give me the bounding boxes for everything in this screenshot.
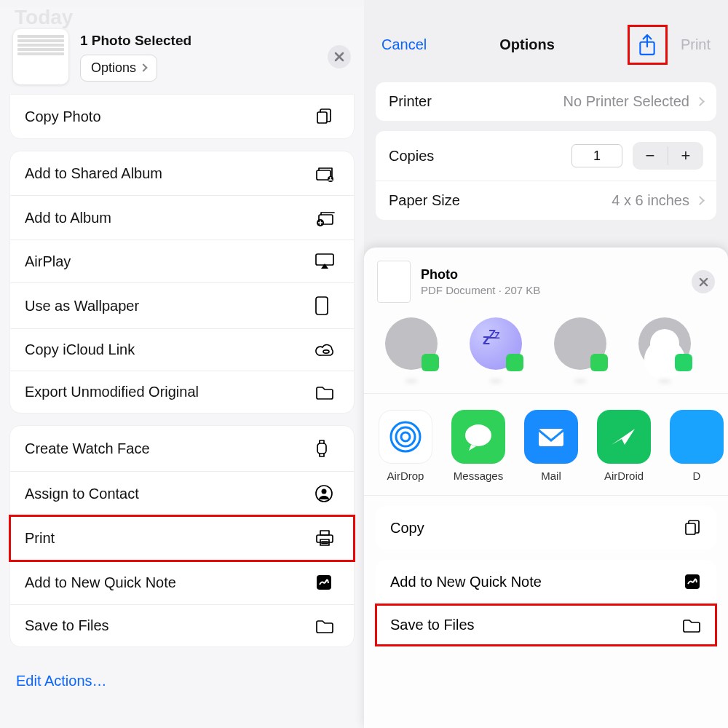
contact-item[interactable]: — (632, 317, 697, 386)
share-meta: 1 Photo Selected Options (80, 33, 328, 82)
action-row-use-as-wallpaper[interactable]: Use as Wallpaper (10, 283, 354, 329)
action-label: Copy iCloud Link (25, 341, 314, 358)
action-row-copy-icloud-link[interactable]: Copy iCloud Link (10, 329, 354, 371)
action-label: AirPlay (25, 253, 314, 270)
sheet-action-add-to-new-quick-note[interactable]: Add to New Quick Note (376, 560, 716, 604)
action-label: Add to Album (25, 210, 314, 226)
nav-title: Options (499, 36, 555, 53)
app-airdroid[interactable]: AirDroid (597, 410, 651, 482)
action-label: Save to Files (25, 617, 314, 634)
share-header: 1 Photo Selected Options (0, 7, 364, 95)
print-options-pane: Cancel Options Print Printer No Printer … (364, 0, 728, 728)
app-label: D (670, 470, 724, 482)
action-row-create-watch-face[interactable]: Create Watch Face (10, 426, 354, 472)
action-group: Copy Photo (10, 95, 354, 138)
app-extra[interactable]: D (670, 410, 724, 482)
action-label: Copy Photo (25, 108, 314, 125)
contact-item[interactable]: zZZ— (463, 317, 529, 386)
add-album-icon (314, 208, 339, 227)
sheet-action-copy[interactable]: Copy (376, 506, 716, 550)
paper-row[interactable]: Paper Size 4 x 6 inches (376, 181, 716, 220)
messages-badge-icon (506, 354, 523, 371)
share-title: 1 Photo Selected (80, 33, 328, 49)
contact-item[interactable]: — (379, 317, 444, 386)
svg-point-19 (401, 432, 410, 441)
nav-bar: Cancel Options Print (364, 0, 728, 78)
edit-actions-link[interactable]: Edit Actions… (0, 660, 364, 703)
sheet-subtitle: PDF Document · 207 KB (421, 284, 540, 296)
contact-name: — (547, 374, 613, 386)
svg-point-3 (330, 177, 332, 179)
avatar: zZZ (470, 317, 522, 370)
app-label: AirDrop (379, 470, 432, 482)
close-icon (334, 52, 344, 62)
action-row-add-to-shared-album[interactable]: Add to Shared Album (10, 151, 354, 196)
contacts-row: —zZZ——— (364, 312, 728, 394)
action-row-save-to-files[interactable]: Save to Files (10, 605, 354, 646)
printer-label: Printer (389, 93, 432, 110)
contact-name: — (463, 374, 529, 386)
share-button[interactable] (628, 25, 668, 65)
action-row-add-to-album[interactable]: Add to Album (10, 196, 354, 240)
app-messages[interactable]: Messages (451, 410, 505, 482)
apps-row: AirDropMessagesMailAirDroidD (364, 394, 728, 496)
action-row-airplay[interactable]: AirPlay (10, 240, 354, 283)
sheet-action-label: Add to New Quick Note (390, 574, 542, 590)
copies-paper-setting: Copies 1 − + Paper Size 4 x 6 inches (376, 131, 716, 220)
share-sheet-bottom: Photo PDF Document · 207 KB —zZZ——— AirD… (364, 248, 728, 728)
print-button-disabled: Print (681, 36, 711, 53)
close-button[interactable] (328, 45, 351, 68)
copies-minus-button[interactable]: − (633, 142, 668, 170)
sheet-close-button[interactable] (692, 270, 715, 293)
action-label: Assign to Contact (25, 486, 314, 502)
printer-row[interactable]: Printer No Printer Selected (376, 82, 716, 121)
copies-stepper: − + (633, 142, 703, 170)
app-airdrop[interactable]: AirDrop (379, 410, 432, 482)
chevron-right-icon (139, 63, 147, 71)
printer-value: No Printer Selected (563, 93, 689, 110)
action-label: Export Unmodified Original (25, 384, 314, 400)
chevron-right-icon (695, 196, 705, 205)
shared-album-icon (314, 164, 339, 183)
copies-label: Copies (389, 148, 434, 165)
quicknote-icon (683, 572, 702, 591)
overlay: 1 Photo Selected Options Copy PhotoAdd t… (0, 7, 364, 728)
avatar (385, 317, 438, 370)
folder-icon (681, 617, 702, 633)
action-label: Add to Shared Album (25, 165, 314, 182)
share-sheet-left: Today 1 Photo Selected Options Copy Phot… (0, 0, 364, 728)
action-group: Add to Shared AlbumAdd to AlbumAirPlayUs… (10, 151, 354, 413)
messages-badge-icon (590, 354, 608, 371)
copies-row: Copies 1 − + (376, 131, 716, 181)
sheet-action-group: Copy (376, 506, 716, 550)
svg-rect-7 (316, 297, 328, 314)
sheet-action-group: Add to New Quick NoteSave to Files (376, 560, 716, 646)
svg-point-11 (322, 489, 327, 494)
share-icon (638, 34, 657, 56)
svg-point-20 (396, 427, 415, 446)
action-row-print[interactable]: Print (10, 516, 354, 561)
action-row-export-unmodified-original[interactable]: Export Unmodified Original (10, 371, 354, 413)
action-row-copy-photo[interactable]: Copy Photo (10, 95, 354, 138)
contact-item[interactable]: — (547, 317, 613, 386)
cancel-button[interactable]: Cancel (381, 36, 427, 53)
action-row-add-to-new-quick-note[interactable]: Add to New Quick Note (10, 561, 354, 605)
sheet-action-save-to-files[interactable]: Save to Files (376, 604, 716, 646)
extra-icon (670, 410, 724, 464)
action-row-assign-to-contact[interactable]: Assign to Contact (10, 472, 354, 516)
photo-thumbnail (13, 29, 68, 84)
svg-rect-6 (316, 254, 333, 265)
app-mail[interactable]: Mail (524, 410, 578, 482)
copies-value[interactable]: 1 (571, 144, 622, 167)
app-label: AirDroid (597, 470, 651, 482)
copies-plus-button[interactable]: + (668, 142, 703, 170)
sheet-title: Photo (421, 267, 540, 282)
svg-rect-0 (317, 112, 327, 123)
options-label: Options (91, 60, 136, 76)
sheet-actions: CopyAdd to New Quick NoteSave to Files (364, 496, 728, 656)
options-button[interactable]: Options (80, 55, 157, 82)
sheet-action-label: Save to Files (390, 617, 475, 633)
mail-icon (524, 410, 578, 464)
copy-icon (314, 107, 339, 126)
avatar (638, 317, 691, 370)
